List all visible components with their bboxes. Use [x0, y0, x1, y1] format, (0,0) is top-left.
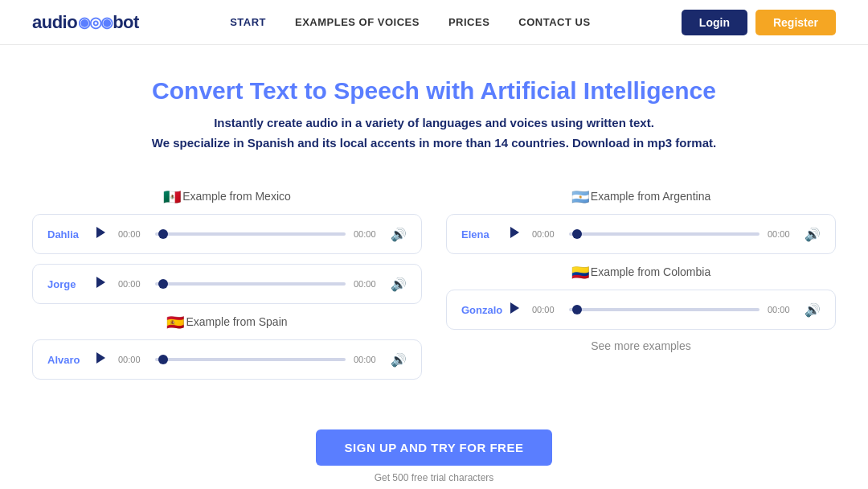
nav-examples[interactable]: EXAMPLES OF VOICES — [295, 16, 420, 28]
see-more-link[interactable]: See more examples — [446, 339, 836, 352]
logo-text-bot: bot — [113, 12, 139, 33]
spain-flag: 🇪🇸 — [166, 314, 184, 331]
svg-marker-0 — [96, 227, 105, 238]
dahlia-progress-bar[interactable] — [155, 232, 346, 236]
argentina-label: 🇦🇷Example from Argentina — [446, 188, 836, 206]
left-column: 🇲🇽Example from Mexico Dahlia 00:00 00:00… — [32, 188, 422, 389]
hero-title: Convert Text to Speech with Artificial I… — [16, 77, 852, 105]
colombia-flag: 🇨🇴 — [571, 265, 589, 281]
mexico-label: 🇲🇽Example from Mexico — [32, 188, 422, 206]
jorge-name: Jorge — [47, 278, 86, 290]
jorge-progress-bar[interactable] — [155, 282, 346, 286]
gonzalo-time-right: 00:00 — [768, 305, 796, 314]
dahlia-name: Dahlia — [47, 228, 86, 240]
jorge-progress-dot[interactable] — [158, 279, 168, 289]
dahlia-volume-icon[interactable]: 🔊 — [391, 227, 407, 242]
right-column: 🇦🇷Example from Argentina Elena 00:00 00:… — [446, 188, 836, 389]
logo: audio◉◎◉bot — [32, 12, 139, 33]
jorge-volume-icon[interactable]: 🔊 — [391, 277, 407, 292]
hero-subtitle1: Instantly create audio in a variety of l… — [16, 116, 852, 129]
header-buttons: Login Register — [682, 10, 836, 35]
gonzalo-time-left: 00:00 — [532, 305, 561, 314]
cta-sublabel: Get 500 free trial characters — [16, 472, 852, 483]
alvaro-time-left: 00:00 — [118, 355, 147, 364]
dahlia-play-button[interactable] — [94, 226, 110, 242]
alvaro-progress-bar[interactable] — [155, 358, 346, 361]
elena-time-left: 00:00 — [532, 229, 561, 239]
elena-play-button[interactable] — [508, 226, 524, 242]
gonzalo-volume-icon[interactable]: 🔊 — [805, 302, 821, 318]
gonzalo-progress-bar[interactable] — [569, 308, 760, 311]
alvaro-volume-icon[interactable]: 🔊 — [391, 352, 407, 368]
svg-marker-1 — [96, 277, 105, 288]
dahlia-player: Dahlia 00:00 00:00 🔊 — [32, 214, 422, 254]
main-nav: START EXAMPLES OF VOICES PRICES CONTACT … — [230, 16, 590, 28]
hero-title-highlight: Text to Speech — [250, 77, 420, 104]
jorge-time-left: 00:00 — [118, 279, 147, 289]
nav-contact[interactable]: CONTACT US — [518, 16, 590, 28]
hero-subtitle2: We specialize in Spanish and its local a… — [16, 136, 852, 150]
jorge-player: Jorge 00:00 00:00 🔊 — [32, 264, 422, 304]
elena-progress-bar[interactable] — [569, 232, 760, 236]
nav-prices[interactable]: PRICES — [448, 16, 489, 28]
dahlia-progress-dot[interactable] — [158, 229, 168, 239]
alvaro-player: Alvaro 00:00 00:00 🔊 — [32, 339, 422, 380]
svg-marker-3 — [510, 227, 519, 238]
gonzalo-progress-dot[interactable] — [572, 305, 582, 314]
hero-section: Convert Text to Speech with Artificial I… — [0, 45, 868, 172]
hero-title-before: Convert — [152, 77, 250, 104]
spain-label: 🇪🇸Example from Spain — [32, 314, 422, 331]
register-button[interactable]: Register — [755, 10, 836, 35]
colombia-label: 🇨🇴Example from Colombia — [446, 264, 836, 281]
cta-section: SIGN UP AND TRY FOR FREE Get 500 free tr… — [0, 405, 868, 489]
dahlia-time-left: 00:00 — [118, 229, 147, 239]
alvaro-progress-dot[interactable] — [158, 355, 168, 364]
nav-start[interactable]: START — [230, 16, 266, 28]
alvaro-name: Alvaro — [47, 354, 86, 366]
cta-button[interactable]: SIGN UP AND TRY FOR FREE — [316, 429, 553, 466]
svg-marker-2 — [96, 352, 105, 364]
elena-name: Elena — [461, 228, 500, 240]
dahlia-time-right: 00:00 — [354, 229, 383, 239]
logo-wave: ◉◎◉ — [78, 14, 112, 31]
elena-progress-dot[interactable] — [572, 229, 582, 239]
alvaro-time-right: 00:00 — [354, 355, 383, 364]
svg-marker-4 — [510, 302, 519, 314]
gonzalo-name: Gonzalo — [461, 304, 500, 316]
login-button[interactable]: Login — [682, 10, 747, 35]
mexico-flag: 🇲🇽 — [163, 189, 181, 205]
alvaro-play-button[interactable] — [94, 351, 110, 368]
elena-volume-icon[interactable]: 🔊 — [805, 227, 821, 242]
jorge-play-button[interactable] — [94, 276, 110, 292]
gonzalo-play-button[interactable] — [508, 302, 524, 318]
elena-time-right: 00:00 — [768, 229, 796, 239]
logo-text-audio: audio — [32, 12, 77, 33]
elena-player: Elena 00:00 00:00 🔊 — [446, 214, 836, 254]
jorge-time-right: 00:00 — [354, 279, 383, 289]
hero-title-after: with Artificial Intelligence — [420, 77, 716, 104]
header: audio◉◎◉bot START EXAMPLES OF VOICES PRI… — [0, 0, 868, 45]
players-section: 🇲🇽Example from Mexico Dahlia 00:00 00:00… — [0, 172, 868, 405]
argentina-flag: 🇦🇷 — [571, 189, 589, 205]
gonzalo-player: Gonzalo 00:00 00:00 🔊 — [446, 290, 836, 330]
